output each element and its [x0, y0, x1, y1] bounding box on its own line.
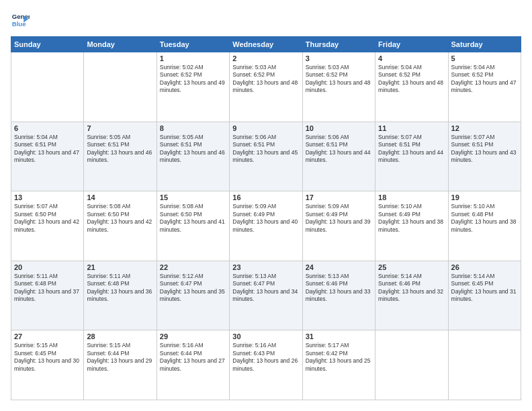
day-detail: Sunrise: 5:06 AM Sunset: 6:51 PM Dayligh…	[306, 134, 372, 165]
day-number: 28	[87, 332, 153, 340]
calendar-cell: 17Sunrise: 5:09 AM Sunset: 6:49 PM Dayli…	[302, 191, 375, 261]
calendar-week-row: 13Sunrise: 5:07 AM Sunset: 6:50 PM Dayli…	[11, 191, 521, 261]
day-number: 10	[306, 124, 372, 132]
calendar-cell: 21Sunrise: 5:11 AM Sunset: 6:48 PM Dayli…	[84, 261, 157, 330]
day-detail: Sunrise: 5:04 AM Sunset: 6:52 PM Dayligh…	[378, 64, 445, 95]
day-number: 17	[306, 193, 372, 201]
day-detail: Sunrise: 5:12 AM Sunset: 6:47 PM Dayligh…	[160, 273, 226, 304]
day-number: 9	[232, 124, 299, 132]
weekday-header: Saturday	[448, 37, 521, 52]
calendar-cell: 1Sunrise: 5:02 AM Sunset: 6:52 PM Daylig…	[157, 52, 229, 122]
day-detail: Sunrise: 5:03 AM Sunset: 6:52 PM Dayligh…	[232, 64, 299, 95]
day-number: 29	[160, 332, 226, 340]
calendar-cell: 28Sunrise: 5:15 AM Sunset: 6:44 PM Dayli…	[84, 330, 157, 400]
calendar-week-row: 6Sunrise: 5:04 AM Sunset: 6:51 PM Daylig…	[11, 122, 521, 191]
day-number: 22	[160, 263, 226, 271]
day-number: 6	[14, 124, 81, 132]
day-detail: Sunrise: 5:08 AM Sunset: 6:50 PM Dayligh…	[87, 203, 153, 234]
day-detail: Sunrise: 5:08 AM Sunset: 6:50 PM Dayligh…	[160, 203, 226, 234]
calendar-cell	[448, 330, 521, 400]
day-detail: Sunrise: 5:07 AM Sunset: 6:51 PM Dayligh…	[378, 134, 445, 165]
calendar-cell	[11, 52, 84, 122]
day-number: 31	[306, 332, 372, 340]
calendar-cell: 23Sunrise: 5:13 AM Sunset: 6:47 PM Dayli…	[230, 261, 302, 330]
calendar-cell: 25Sunrise: 5:14 AM Sunset: 6:46 PM Dayli…	[375, 261, 448, 330]
day-detail: Sunrise: 5:05 AM Sunset: 6:51 PM Dayligh…	[160, 134, 226, 165]
day-detail: Sunrise: 5:10 AM Sunset: 6:49 PM Dayligh…	[378, 203, 445, 234]
day-number: 16	[232, 193, 299, 201]
day-number: 4	[378, 54, 445, 62]
calendar-cell: 18Sunrise: 5:10 AM Sunset: 6:49 PM Dayli…	[375, 191, 448, 261]
weekday-header: Friday	[375, 37, 448, 52]
calendar-cell: 10Sunrise: 5:06 AM Sunset: 6:51 PM Dayli…	[302, 122, 375, 191]
header: General Blue	[11, 11, 521, 30]
calendar-cell: 15Sunrise: 5:08 AM Sunset: 6:50 PM Dayli…	[157, 191, 229, 261]
day-number: 20	[14, 263, 81, 271]
day-number: 15	[160, 193, 226, 201]
day-number: 23	[232, 263, 299, 271]
day-detail: Sunrise: 5:13 AM Sunset: 6:46 PM Dayligh…	[306, 273, 372, 304]
calendar-cell: 31Sunrise: 5:17 AM Sunset: 6:42 PM Dayli…	[302, 330, 375, 400]
calendar-cell: 6Sunrise: 5:04 AM Sunset: 6:51 PM Daylig…	[11, 122, 84, 191]
logo-icon: General Blue	[11, 11, 30, 30]
day-detail: Sunrise: 5:06 AM Sunset: 6:51 PM Dayligh…	[232, 134, 299, 165]
weekday-header: Wednesday	[230, 37, 302, 52]
logo: General Blue	[11, 11, 32, 30]
calendar-week-row: 20Sunrise: 5:11 AM Sunset: 6:48 PM Dayli…	[11, 261, 521, 330]
day-number: 21	[87, 263, 153, 271]
calendar-cell	[84, 52, 157, 122]
day-detail: Sunrise: 5:09 AM Sunset: 6:49 PM Dayligh…	[306, 203, 372, 234]
weekday-header: Thursday	[302, 37, 375, 52]
day-detail: Sunrise: 5:07 AM Sunset: 6:51 PM Dayligh…	[451, 134, 518, 165]
calendar-cell: 24Sunrise: 5:13 AM Sunset: 6:46 PM Dayli…	[302, 261, 375, 330]
calendar-week-row: 1Sunrise: 5:02 AM Sunset: 6:52 PM Daylig…	[11, 52, 521, 122]
day-number: 30	[232, 332, 299, 340]
weekday-header: Sunday	[11, 37, 84, 52]
day-detail: Sunrise: 5:15 AM Sunset: 6:44 PM Dayligh…	[87, 342, 153, 373]
calendar-cell: 4Sunrise: 5:04 AM Sunset: 6:52 PM Daylig…	[375, 52, 448, 122]
day-number: 11	[378, 124, 445, 132]
calendar-week-row: 27Sunrise: 5:15 AM Sunset: 6:45 PM Dayli…	[11, 330, 521, 400]
weekday-header: Monday	[84, 37, 157, 52]
day-detail: Sunrise: 5:10 AM Sunset: 6:48 PM Dayligh…	[451, 203, 518, 234]
day-detail: Sunrise: 5:15 AM Sunset: 6:45 PM Dayligh…	[14, 342, 81, 373]
calendar-cell: 8Sunrise: 5:05 AM Sunset: 6:51 PM Daylig…	[157, 122, 229, 191]
calendar-cell: 27Sunrise: 5:15 AM Sunset: 6:45 PM Dayli…	[11, 330, 84, 400]
day-detail: Sunrise: 5:04 AM Sunset: 6:52 PM Dayligh…	[451, 64, 518, 95]
day-number: 3	[306, 54, 372, 62]
day-number: 13	[14, 193, 81, 201]
day-detail: Sunrise: 5:13 AM Sunset: 6:47 PM Dayligh…	[232, 273, 299, 304]
day-detail: Sunrise: 5:04 AM Sunset: 6:51 PM Dayligh…	[14, 134, 81, 165]
calendar-cell: 12Sunrise: 5:07 AM Sunset: 6:51 PM Dayli…	[448, 122, 521, 191]
calendar-cell: 22Sunrise: 5:12 AM Sunset: 6:47 PM Dayli…	[157, 261, 229, 330]
calendar-cell: 14Sunrise: 5:08 AM Sunset: 6:50 PM Dayli…	[84, 191, 157, 261]
calendar-cell: 16Sunrise: 5:09 AM Sunset: 6:49 PM Dayli…	[230, 191, 302, 261]
calendar-cell: 11Sunrise: 5:07 AM Sunset: 6:51 PM Dayli…	[375, 122, 448, 191]
calendar-table: SundayMondayTuesdayWednesdayThursdayFrid…	[11, 36, 521, 400]
day-detail: Sunrise: 5:17 AM Sunset: 6:42 PM Dayligh…	[306, 342, 372, 373]
day-number: 24	[306, 263, 372, 271]
day-detail: Sunrise: 5:09 AM Sunset: 6:49 PM Dayligh…	[232, 203, 299, 234]
day-number: 14	[87, 193, 153, 201]
page: General Blue SundayMondayTuesdayWednesda…	[0, 0, 532, 411]
calendar-cell: 26Sunrise: 5:14 AM Sunset: 6:45 PM Dayli…	[448, 261, 521, 330]
day-number: 2	[232, 54, 299, 62]
day-detail: Sunrise: 5:07 AM Sunset: 6:50 PM Dayligh…	[14, 203, 81, 234]
calendar-cell: 5Sunrise: 5:04 AM Sunset: 6:52 PM Daylig…	[448, 52, 521, 122]
calendar-cell: 9Sunrise: 5:06 AM Sunset: 6:51 PM Daylig…	[230, 122, 302, 191]
day-number: 25	[378, 263, 445, 271]
weekday-header: Tuesday	[157, 37, 229, 52]
day-detail: Sunrise: 5:16 AM Sunset: 6:44 PM Dayligh…	[160, 342, 226, 373]
day-detail: Sunrise: 5:16 AM Sunset: 6:43 PM Dayligh…	[232, 342, 299, 373]
calendar-cell	[375, 330, 448, 400]
day-number: 1	[160, 54, 226, 62]
calendar-header-row: SundayMondayTuesdayWednesdayThursdayFrid…	[11, 37, 521, 52]
calendar-cell: 19Sunrise: 5:10 AM Sunset: 6:48 PM Dayli…	[448, 191, 521, 261]
day-number: 5	[451, 54, 518, 62]
day-detail: Sunrise: 5:14 AM Sunset: 6:45 PM Dayligh…	[451, 273, 518, 304]
day-detail: Sunrise: 5:05 AM Sunset: 6:51 PM Dayligh…	[87, 134, 153, 165]
day-number: 8	[160, 124, 226, 132]
day-number: 12	[451, 124, 518, 132]
day-detail: Sunrise: 5:11 AM Sunset: 6:48 PM Dayligh…	[14, 273, 81, 304]
calendar-cell: 7Sunrise: 5:05 AM Sunset: 6:51 PM Daylig…	[84, 122, 157, 191]
